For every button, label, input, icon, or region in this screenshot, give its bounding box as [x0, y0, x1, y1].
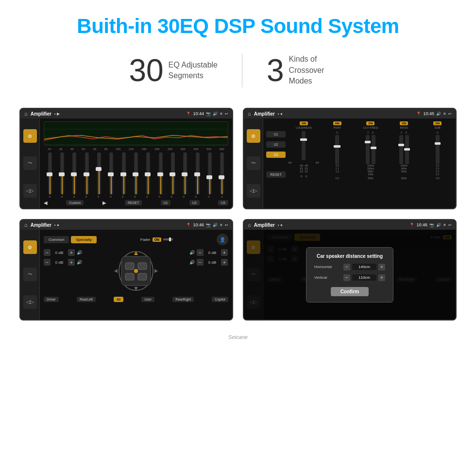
- stat-eq-text: EQ Adjustable Segments: [169, 60, 218, 82]
- plus-btn-4[interactable]: +: [221, 259, 228, 266]
- u1-btn-1[interactable]: U1: [161, 200, 171, 205]
- plus-btn-3[interactable]: +: [221, 249, 228, 256]
- plus-btn-2[interactable]: +: [68, 259, 75, 266]
- user-icon[interactable]: 👤: [217, 234, 228, 245]
- channel-loudness: ON LOUDNESS 6464 48 48 32 32 16 16: [289, 121, 319, 178]
- fader-on-btn[interactable]: ON: [153, 237, 162, 242]
- u3-btn-1[interactable]: U3: [218, 200, 228, 205]
- eq-slider-0[interactable]: [48, 152, 52, 194]
- preset-u3[interactable]: U3: [266, 152, 286, 158]
- channel-sub: ON SUB G 3.0 2.5 2.0 1.5 -0.5: [422, 121, 453, 180]
- rearleft-btn[interactable]: RearLeft: [77, 297, 96, 302]
- eq-slider-11[interactable]: [183, 152, 187, 194]
- loudness-label: LOUDNESS: [296, 126, 312, 129]
- eq-slider-5[interactable]: [109, 152, 113, 194]
- back-icon-2: ↩: [448, 112, 452, 116]
- sub-label: SUB: [434, 126, 440, 129]
- plus-btn-1[interactable]: +: [68, 249, 75, 256]
- cutfreq-label: CUT FREQ: [363, 126, 378, 129]
- phat-on[interactable]: ON: [333, 121, 341, 125]
- home-icon-4: ⌂: [248, 222, 251, 228]
- screen-body-1: ⚙ 〜 ◁▷: [20, 118, 232, 208]
- vertical-plus[interactable]: +: [378, 274, 385, 281]
- eq-slider-3[interactable]: [85, 152, 89, 194]
- preset-column: U1 U2 U3 RESET: [266, 121, 286, 205]
- eq-slider-2[interactable]: [72, 152, 76, 194]
- right-controls: 🔊 − 0 dB + 🔊 − 0 dB +: [189, 249, 228, 293]
- stats-row: 30 EQ Adjustable Segments 3 Kinds of Cro…: [0, 48, 476, 103]
- speaker-fl-icon: 🔊: [77, 250, 82, 255]
- custom-btn[interactable]: Custom: [66, 200, 84, 205]
- horizontal-ctrl: − 140cm +: [343, 264, 385, 270]
- wave-btn-3[interactable]: 〜: [23, 268, 37, 281]
- eq-btn-3[interactable]: ⚙: [23, 240, 37, 254]
- sub-on[interactable]: ON: [433, 121, 442, 125]
- loudness-on[interactable]: ON: [300, 121, 308, 125]
- horizontal-plus[interactable]: +: [378, 264, 385, 270]
- driver-btn[interactable]: Driver: [44, 297, 59, 302]
- vol-btn-3[interactable]: ◁▷: [23, 295, 37, 309]
- preset-u2[interactable]: U2: [266, 141, 286, 148]
- minus-btn-4[interactable]: −: [197, 259, 204, 266]
- next-icon[interactable]: ▶: [102, 200, 106, 205]
- location-icon-3: 📍: [186, 223, 191, 227]
- eq-slider-8[interactable]: [146, 152, 150, 194]
- screen-dialog: ⌂ Amplifier ▪ ● 📍 10:46 📷 🔊 ✕ ↩ ⚙ 〜 ◁▷: [243, 219, 457, 321]
- horizontal-value: 140cm: [352, 264, 376, 270]
- eq-slider-6[interactable]: [122, 152, 126, 194]
- back-icon-3: ↩: [225, 223, 228, 227]
- eq-slider-13[interactable]: [208, 152, 212, 194]
- screen-body-4: ⚙ 〜 ◁▷ Common Specialty Fader ON: [244, 230, 456, 320]
- eq-slider-10[interactable]: [171, 152, 175, 194]
- wave-btn-2[interactable]: 〜: [247, 156, 260, 170]
- horizontal-minus[interactable]: −: [343, 264, 350, 270]
- status-bar-1: ⌂ Amplifier ▪ ▶ 📍 10:44 📷 🔊 ✕ ↩: [20, 109, 232, 118]
- minus-btn-1[interactable]: −: [44, 249, 51, 256]
- wave-btn-1[interactable]: 〜: [23, 156, 37, 170]
- common-tab[interactable]: Common: [44, 236, 69, 243]
- bottom-btns: Driver RearLeft All User RearRight Copil…: [44, 297, 228, 302]
- eq-slider-7[interactable]: [134, 152, 138, 194]
- eq-slider-1[interactable]: [60, 152, 64, 194]
- status-bar-4: ⌂ Amplifier ▪ ● 📍 10:46 📷 🔊 ✕ ↩: [244, 220, 456, 230]
- status-bar-2: ⌂ Amplifier ▪ ● 📍 10:45 🔊 ✕ ↩: [244, 109, 456, 118]
- specialty-main: − 0 dB + 🔊 − 0 dB + 🔊: [44, 249, 228, 293]
- screen-specialty: ⌂ Amplifier ▪ ● 📍 10:46 📷 🔊 ✕ ↩ ⚙ 〜 ◁▷: [19, 219, 233, 321]
- stat-crossover-text: Kinds of Crossover Modes: [289, 54, 347, 86]
- eq-slider-9[interactable]: [159, 152, 163, 194]
- vertical-minus[interactable]: −: [343, 274, 350, 281]
- val-1: 0 dB: [52, 250, 66, 255]
- eq-slider-12[interactable]: [196, 152, 200, 194]
- cutfreq-on[interactable]: ON: [366, 121, 374, 125]
- app-title-1: Amplifier: [31, 111, 51, 117]
- val-4: 0 dB: [205, 260, 219, 265]
- specialty-tab[interactable]: Specialty: [71, 236, 96, 243]
- time-4: 10:46: [416, 222, 427, 227]
- bass-on[interactable]: ON: [400, 121, 408, 125]
- svg-marker-16: [154, 269, 158, 273]
- vol-btn-2[interactable]: ◁▷: [247, 184, 260, 198]
- rearright-btn[interactable]: RearRight: [172, 297, 194, 302]
- dialog-box: Car speaker distance setting Horizontal …: [306, 247, 393, 303]
- vol-btn-1[interactable]: ◁▷: [23, 184, 37, 198]
- minus-btn-3[interactable]: −: [197, 249, 204, 256]
- svg-rect-11: [138, 273, 147, 280]
- fader-control: Fader ON: [140, 237, 173, 242]
- minus-btn-2[interactable]: −: [44, 259, 51, 266]
- eq-btn-2[interactable]: ⚙: [247, 129, 260, 143]
- time-1: 10:44: [193, 111, 204, 116]
- eq-slider-14[interactable]: [220, 152, 224, 194]
- reset-btn-2[interactable]: RESET: [266, 171, 286, 178]
- all-btn[interactable]: All: [114, 297, 123, 302]
- u2-btn-1[interactable]: U2: [189, 200, 200, 205]
- copilot-btn[interactable]: Copilot: [212, 297, 228, 302]
- location-icon-2: 📍: [416, 112, 421, 116]
- eq-btn-1[interactable]: ⚙: [23, 129, 37, 143]
- user-btn[interactable]: User: [141, 297, 154, 302]
- preset-u1[interactable]: U1: [266, 131, 286, 137]
- prev-icon[interactable]: ◀: [44, 200, 48, 205]
- close-icon-3: ✕: [220, 223, 223, 227]
- reset-btn-1[interactable]: RESET: [125, 200, 142, 205]
- confirm-button[interactable]: Confirm: [331, 287, 369, 296]
- eq-slider-4[interactable]: [97, 152, 101, 194]
